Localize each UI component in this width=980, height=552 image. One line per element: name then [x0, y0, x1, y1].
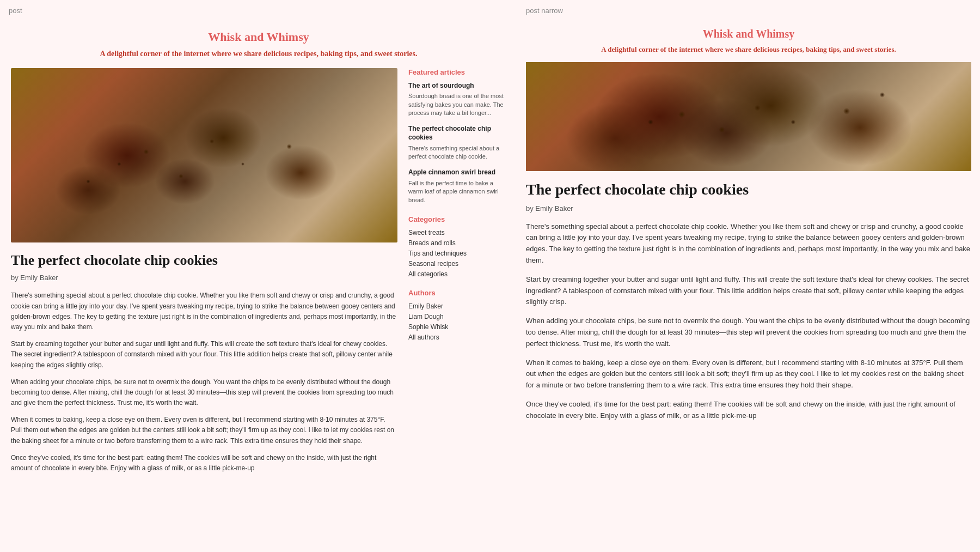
article-paragraph-1: There's something special about a perfec… — [11, 290, 397, 332]
featured-article-3[interactable]: Apple cinnamon swirl bread Fall is the p… — [408, 168, 506, 204]
featured-article-title-2: The perfect chocolate chip cookies — [408, 125, 506, 142]
sidebar-authors-heading: Authors — [408, 289, 506, 297]
post-content-area: The perfect chocolate chip cookies by Em… — [0, 68, 517, 492]
article-hero-image — [11, 68, 397, 242]
article-author: by Emily Baker — [11, 274, 397, 282]
sidebar-author-liam-dough[interactable]: Liam Dough — [408, 313, 506, 320]
article-paragraph-4: When it comes to baking, keep a close ey… — [11, 415, 397, 446]
right-section-label: post narrow — [517, 0, 980, 19]
narrow-paragraph-1: There's something special about a perfec… — [526, 221, 971, 266]
sidebar-categories-section: Categories Sweet treats Breads and rolls… — [408, 215, 506, 278]
article-paragraph-2: Start by creaming together your butter a… — [11, 339, 397, 371]
narrow-article-author: by Emily Baker — [526, 204, 971, 213]
right-panel: post narrow Whisk and Whimsy A delightfu… — [517, 0, 980, 552]
narrow-paragraph-5: Once they've cooled, it's time for the b… — [526, 399, 971, 422]
sidebar-category-sweet-treats[interactable]: Sweet treats — [408, 229, 506, 236]
featured-article-desc-1: Sourdough bread is one of the most satis… — [408, 92, 506, 117]
sidebar: Featured articles The art of sourdough S… — [408, 68, 506, 481]
narrow-paragraph-3: When adding your chocolate chips, be sur… — [526, 316, 971, 349]
sidebar-author-all[interactable]: All authors — [408, 333, 506, 341]
article-main: The perfect chocolate chip cookies by Em… — [11, 68, 397, 481]
narrow-blog-subtitle: A delightful corner of the internet wher… — [585, 45, 912, 54]
narrow-paragraph-2: Start by creaming together your butter a… — [526, 274, 971, 308]
article-title: The perfect chocolate chip cookies — [11, 251, 397, 270]
blog-header: Whisk and Whimsy A delightful corner of … — [0, 19, 517, 68]
blog-subtitle: A delightful corner of the internet wher… — [95, 48, 422, 59]
sidebar-featured-section: Featured articles The art of sourdough S… — [408, 68, 506, 205]
sidebar-category-breads-rolls[interactable]: Breads and rolls — [408, 239, 506, 247]
featured-article-desc-3: Fall is the perfect time to bake a warm … — [408, 179, 506, 204]
sidebar-author-sophie-whisk[interactable]: Sophie Whisk — [408, 323, 506, 331]
featured-article-title-1: The art of sourdough — [408, 82, 506, 90]
narrow-article-body: There's something special about a perfec… — [526, 221, 971, 422]
sidebar-featured-heading: Featured articles — [408, 68, 506, 76]
featured-article-2[interactable]: The perfect chocolate chip cookies There… — [408, 125, 506, 161]
narrow-article: The perfect chocolate chip cookies by Em… — [517, 62, 980, 438]
article-paragraph-3: When adding your chocolate chips, be sur… — [11, 377, 397, 409]
featured-article-desc-2: There's something special about a perfec… — [408, 144, 506, 161]
featured-article-1[interactable]: The art of sourdough Sourdough bread is … — [408, 82, 506, 118]
left-section-label: post — [0, 0, 517, 19]
sidebar-categories-heading: Categories — [408, 215, 506, 223]
sidebar-category-seasonal[interactable]: Seasonal recipes — [408, 260, 506, 268]
sidebar-category-all[interactable]: All categories — [408, 270, 506, 278]
narrow-paragraph-4: When it comes to baking, keep a close ey… — [526, 357, 971, 391]
blog-title: Whisk and Whimsy — [11, 30, 506, 44]
narrow-article-title: The perfect chocolate chip cookies — [526, 180, 971, 199]
narrow-article-hero-image — [526, 62, 971, 171]
narrow-blog-header: Whisk and Whimsy A delightful corner of … — [517, 19, 980, 62]
left-panel: post Whisk and Whimsy A delightful corne… — [0, 0, 517, 552]
narrow-blog-title: Whisk and Whimsy — [526, 28, 971, 40]
sidebar-author-emily-baker[interactable]: Emily Baker — [408, 302, 506, 310]
sidebar-authors-section: Authors Emily Baker Liam Dough Sophie Wh… — [408, 289, 506, 341]
sidebar-category-tips-techniques[interactable]: Tips and techniques — [408, 250, 506, 257]
article-body: There's something special about a perfec… — [11, 290, 397, 474]
featured-article-title-3: Apple cinnamon swirl bread — [408, 168, 506, 177]
article-paragraph-5: Once they've cooled, it's time for the b… — [11, 453, 397, 474]
